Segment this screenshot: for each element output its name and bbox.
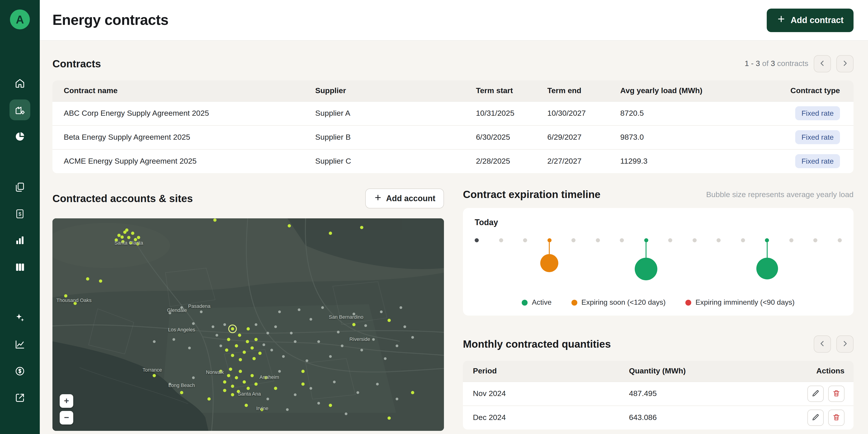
site-marker[interactable]	[306, 360, 308, 362]
site-marker[interactable]	[188, 346, 191, 349]
site-marker[interactable]	[262, 343, 265, 346]
site-marker-active[interactable]	[301, 382, 305, 385]
site-marker-active[interactable]	[231, 393, 234, 396]
sidebar-item-invoice[interactable]: $	[9, 204, 30, 224]
site-marker-active[interactable]	[227, 374, 230, 377]
site-marker-active[interactable]	[231, 327, 234, 331]
delete-quantity-button[interactable]	[828, 410, 844, 426]
site-marker-active[interactable]	[223, 380, 226, 383]
site-marker-active[interactable]	[245, 404, 248, 407]
site-marker[interactable]	[360, 349, 363, 351]
site-marker-active[interactable]	[247, 327, 250, 331]
site-marker[interactable]	[200, 311, 203, 313]
site-marker[interactable]	[290, 332, 293, 335]
site-marker[interactable]	[270, 349, 273, 351]
site-marker[interactable]	[267, 332, 269, 335]
site-marker-active[interactable]	[131, 232, 134, 235]
site-marker[interactable]	[364, 324, 367, 327]
site-marker-active[interactable]	[301, 370, 305, 373]
map-zoom-in-button[interactable]: +	[60, 394, 73, 408]
site-marker-active[interactable]	[252, 357, 256, 360]
site-marker-active[interactable]	[237, 390, 240, 393]
site-marker-active[interactable]	[86, 277, 89, 281]
site-marker[interactable]	[329, 355, 332, 358]
site-marker[interactable]	[173, 338, 175, 341]
site-marker-active[interactable]	[243, 380, 246, 383]
site-marker-active[interactable]	[64, 294, 67, 298]
site-marker[interactable]	[345, 412, 347, 415]
site-marker[interactable]	[399, 306, 402, 309]
site-marker-active[interactable]	[264, 376, 268, 379]
site-marker-active[interactable]	[153, 374, 156, 377]
site-marker[interactable]	[168, 311, 171, 314]
app-logo[interactable]: A	[10, 9, 30, 29]
site-marker-active[interactable]	[388, 319, 391, 322]
site-marker[interactable]	[356, 391, 359, 394]
sidebar-item-home[interactable]	[9, 73, 30, 94]
site-marker[interactable]	[294, 340, 297, 343]
site-marker-active[interactable]	[352, 323, 355, 326]
site-marker[interactable]	[352, 313, 355, 315]
contracts-prev-button[interactable]	[814, 55, 831, 72]
sidebar-item-columns[interactable]	[9, 257, 30, 278]
site-marker[interactable]	[255, 323, 257, 326]
site-marker[interactable]	[278, 311, 281, 313]
site-marker-active[interactable]	[129, 241, 132, 244]
site-marker-active[interactable]	[260, 408, 264, 411]
sidebar-item-pie-chart[interactable]	[9, 126, 30, 147]
site-marker[interactable]	[372, 338, 375, 341]
site-marker-active[interactable]	[247, 387, 250, 390]
site-marker-active[interactable]	[99, 279, 102, 283]
site-marker[interactable]	[384, 357, 386, 360]
site-marker-active[interactable]	[134, 238, 137, 241]
site-marker-active[interactable]	[238, 334, 241, 337]
contract-expiration-bubble[interactable]	[756, 258, 778, 279]
site-marker-active[interactable]	[229, 368, 232, 371]
site-marker[interactable]	[411, 336, 414, 339]
site-marker[interactable]	[267, 398, 269, 400]
site-marker[interactable]	[396, 344, 398, 347]
site-marker-active[interactable]	[127, 236, 130, 239]
site-marker[interactable]	[380, 311, 383, 313]
site-marker-active[interactable]	[239, 370, 242, 373]
site-marker-active[interactable]	[213, 218, 217, 221]
edit-quantity-button[interactable]	[807, 410, 824, 426]
site-marker[interactable]	[223, 323, 226, 326]
site-marker[interactable]	[317, 402, 320, 405]
site-marker-active[interactable]	[73, 302, 76, 305]
site-marker[interactable]	[278, 370, 281, 373]
monthly-prev-button[interactable]	[814, 336, 831, 352]
site-marker-active[interactable]	[329, 232, 332, 235]
site-marker-active[interactable]	[137, 236, 140, 239]
sidebar-item-bar-chart[interactable]	[9, 230, 30, 251]
delete-quantity-button[interactable]	[828, 385, 844, 402]
site-marker[interactable]	[274, 325, 277, 328]
site-marker-active[interactable]	[219, 370, 222, 373]
site-marker[interactable]	[403, 325, 406, 328]
site-marker-active[interactable]	[258, 352, 261, 355]
site-marker[interactable]	[219, 344, 222, 347]
site-marker[interactable]	[341, 344, 344, 347]
contract-row[interactable]: ACME Energy Supply Agreement 2025Supplie…	[53, 149, 854, 173]
contract-expiration-bubble[interactable]	[540, 254, 558, 272]
site-marker-active[interactable]	[254, 338, 257, 341]
site-marker[interactable]	[294, 393, 297, 396]
site-marker-active[interactable]	[246, 340, 249, 343]
add-account-button[interactable]: Add account	[365, 188, 444, 209]
site-marker-active[interactable]	[117, 234, 121, 237]
site-marker-active[interactable]	[388, 416, 391, 420]
site-marker[interactable]	[309, 318, 312, 321]
monthly-next-button[interactable]	[836, 336, 854, 352]
site-marker[interactable]	[215, 334, 218, 337]
site-marker-active[interactable]	[231, 354, 234, 357]
site-marker-active[interactable]	[208, 397, 211, 401]
site-marker[interactable]	[168, 383, 171, 385]
site-marker[interactable]	[317, 340, 320, 343]
add-contract-button[interactable]: Add contract	[767, 8, 854, 32]
contract-expiration-bubble[interactable]	[635, 258, 657, 280]
sidebar-item-dollar[interactable]	[9, 361, 30, 381]
site-marker[interactable]	[309, 387, 312, 390]
site-marker-active[interactable]	[121, 236, 124, 239]
sidebar-item-energy-sites[interactable]	[9, 99, 30, 120]
site-marker-active[interactable]	[411, 391, 414, 394]
